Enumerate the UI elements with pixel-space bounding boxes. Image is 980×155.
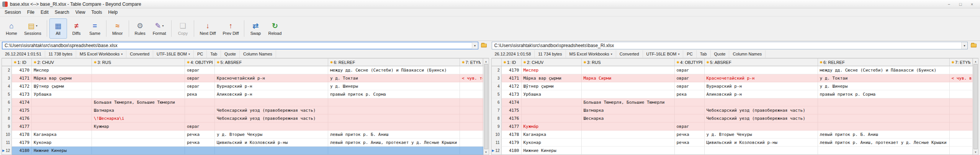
cell-absref[interactable]: Вурнарский р-н <box>215 82 328 90</box>
left-browse-button[interactable] <box>479 42 489 49</box>
cell-rus[interactable]: Большая Тюмерля, Большие Тюмерли <box>92 98 185 106</box>
cell-objtype[interactable]: речка <box>185 131 215 139</box>
cell-etyms[interactable] <box>460 98 483 106</box>
cell-relref[interactable] <box>328 106 460 114</box>
cell-objtype[interactable]: река <box>185 90 215 98</box>
cell-chuv[interactable]: Урбашка <box>522 90 582 98</box>
cell-chuv[interactable]: Каганарка <box>522 131 582 139</box>
cell-absref[interactable] <box>705 98 818 106</box>
cell-chuv[interactable]: Шӳтнер ҫырми <box>522 82 582 90</box>
row-number[interactable]: 2 <box>2 66 12 74</box>
column-header-etyms[interactable]: ✱7: ETYMS <box>950 59 973 66</box>
row-number[interactable]: 4 <box>492 82 502 90</box>
cell-rus[interactable] <box>92 139 185 147</box>
show-all-button[interactable]: ▦ All <box>49 18 67 39</box>
row-number[interactable]: 6 <box>492 98 502 106</box>
cell-chuv[interactable]: Куконар <box>32 139 92 147</box>
cell-id[interactable]: 4175 <box>502 106 522 114</box>
column-header-id[interactable]: ✱1: ID <box>502 59 522 66</box>
minor-button[interactable]: ≈ Minor <box>109 18 126 39</box>
rules-button[interactable]: ⚙ Rules <box>131 18 149 39</box>
cell-rus[interactable]: Шатмарка <box>582 106 675 114</box>
cell-absref[interactable] <box>215 147 328 155</box>
cell-objtype[interactable] <box>185 98 215 106</box>
cell-id[interactable]: 4176 <box>502 114 522 122</box>
cell-etyms[interactable] <box>950 131 973 139</box>
cell-id[interactable]: 4171 <box>12 74 32 82</box>
reload-button[interactable]: ↻ Reload <box>265 18 285 39</box>
cell-relref[interactable]: у д. Токтаи <box>818 74 950 82</box>
menu-tools[interactable]: Tools <box>88 9 105 16</box>
cell-chuv[interactable]: Ма́рка вар ҫырми <box>522 74 582 82</box>
cell-relref[interactable] <box>818 114 950 122</box>
cell-relref[interactable]: левый приток р. Б. Аниш <box>818 131 950 139</box>
cell-absref[interactable]: Цивильский и Козловский р-ны <box>215 139 328 147</box>
cell-id[interactable]: 4180 <box>12 147 32 155</box>
cell-etyms[interactable] <box>460 82 483 90</box>
cell-chuv[interactable]: Урбашка <box>32 90 92 98</box>
cell-chuv[interactable] <box>32 98 92 106</box>
home-button[interactable]: ⌂ Home <box>3 18 20 39</box>
cell-relref[interactable]: левый приток р. Б. Аниш <box>328 131 460 139</box>
row-number[interactable]: 5 <box>2 90 12 98</box>
row-number[interactable]: 9 <box>492 122 502 131</box>
row-number[interactable]: 5 <box>492 90 502 98</box>
cell-relref[interactable] <box>818 98 950 106</box>
cell-rus[interactable] <box>92 147 185 155</box>
row-number[interactable]: 8 <box>492 114 502 122</box>
column-header-relref[interactable]: ✱6: RELREF <box>818 59 950 66</box>
cell-relref[interactable]: у д. Шинеры <box>818 82 950 90</box>
cell-absref[interactable] <box>705 122 818 131</box>
close-button[interactable]: × <box>966 1 978 8</box>
row-number[interactable]: 3 <box>492 74 502 82</box>
cell-etyms[interactable] <box>950 98 973 106</box>
left-path-input[interactable]: C:\Users\sisrahtak\src\sandbox\spreadshe… <box>2 42 478 49</box>
left-vertical-scrollbar[interactable]: ▲ ▼ <box>483 59 489 155</box>
column-header-absref[interactable]: ✱5: ABSREF <box>705 59 818 66</box>
cell-absref[interactable]: Красночетайский р-н <box>215 74 328 82</box>
cell-etyms[interactable] <box>460 147 483 155</box>
cell-etyms[interactable] <box>950 66 973 74</box>
column-header-absref[interactable]: ✱5: ABSREF <box>215 59 328 66</box>
cell-objtype[interactable] <box>675 106 705 114</box>
column-header-objtype[interactable]: ✱4: OBJTYPE <box>675 59 705 66</box>
info-encoding[interactable]: UTF-16LE BOM▾ <box>153 50 194 58</box>
cell-etyms[interactable] <box>950 139 973 147</box>
row-number[interactable]: 2 <box>492 66 502 74</box>
show-same-button[interactable]: = Same <box>86 18 104 39</box>
row-number[interactable]: 10 <box>2 131 12 139</box>
cell-etyms[interactable] <box>460 122 483 131</box>
cell-rus[interactable] <box>582 66 675 74</box>
cell-objtype[interactable]: овраг <box>185 74 215 82</box>
scroll-up-icon[interactable]: ▲ <box>973 59 978 64</box>
column-header-chuv[interactable]: ✱2: CHUV <box>522 59 582 66</box>
cell-absref[interactable] <box>705 66 818 74</box>
right-path-input[interactable]: C:\Users\sisrahtak\src\sandbox\spreadshe… <box>492 42 968 49</box>
cell-etyms[interactable]: < чув. в <box>950 74 973 82</box>
cell-id[interactable]: 4174 <box>502 98 522 106</box>
cell-chuv[interactable]: Кужмáр <box>522 122 582 131</box>
menu-search[interactable]: Search <box>52 9 72 16</box>
cell-etyms[interactable] <box>460 114 483 122</box>
row-number[interactable]: 11 <box>2 139 12 147</box>
menu-file[interactable]: File <box>24 9 38 16</box>
cell-id[interactable]: 4178 <box>12 131 32 139</box>
cell-relref[interactable] <box>818 106 950 114</box>
column-header-etyms[interactable]: ✱7: ETYMS <box>460 59 483 66</box>
cell-id[interactable]: 4171 <box>502 74 522 82</box>
cell-relref[interactable] <box>818 122 950 131</box>
swap-button[interactable]: ⇄ Swap <box>247 18 264 39</box>
cell-relref[interactable] <box>328 114 460 122</box>
menu-session[interactable]: Session <box>2 9 24 16</box>
cell-absref[interactable]: Чебоксарский уезд (правобережная часть) <box>215 106 328 114</box>
cell-relref[interactable] <box>328 98 460 106</box>
column-header-chuv[interactable]: ✱2: CHUV <box>32 59 92 66</box>
row-number[interactable]: 9 <box>2 122 12 131</box>
scroll-down-icon[interactable]: ▼ <box>973 149 978 155</box>
cell-chuv[interactable] <box>32 122 92 131</box>
cell-relref[interactable] <box>328 147 460 155</box>
cell-etyms[interactable] <box>950 82 973 90</box>
info-encoding[interactable]: UTF-16LE BOM▾ <box>643 50 684 58</box>
cell-objtype[interactable]: речка <box>675 139 705 147</box>
cell-relref[interactable] <box>328 122 460 131</box>
